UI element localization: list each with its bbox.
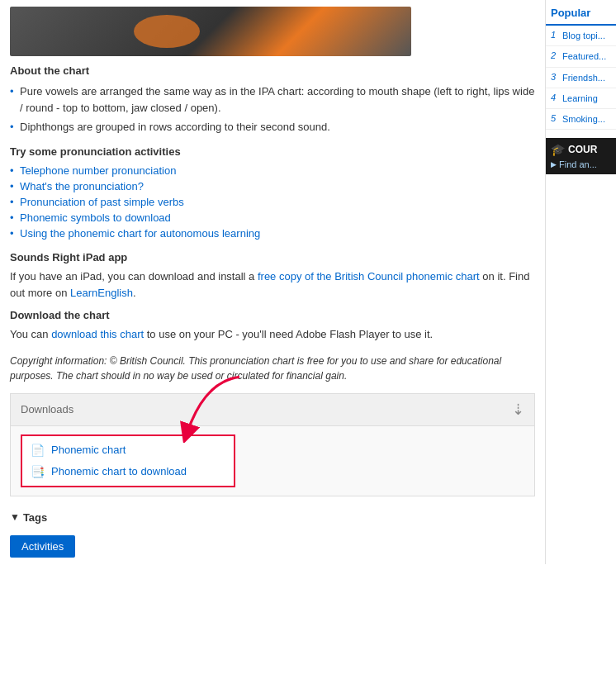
learnenglish-link[interactable]: LearnEnglish [70, 287, 133, 299]
sounds-right-text-end: . [133, 287, 136, 299]
sidebar-item-5[interactable]: 5 Smoking... [546, 109, 616, 130]
sidebar-num-1: 1 [551, 30, 559, 40]
list-item: Pronunciation of past simple verbs [10, 194, 535, 210]
sidebar-num-5: 5 [551, 113, 559, 123]
courses-link[interactable]: Find an... [551, 159, 611, 169]
file-single-icon [31, 443, 45, 458]
hero-image [10, 7, 411, 56]
graduation-icon: 🎓 [551, 143, 565, 156]
chevron-down-icon: ▼ [10, 511, 20, 523]
sidebar: Popular 1 Blog topi... 2 Featured... 3 F… [545, 0, 616, 564]
list-item: Using the phonemic chart for autonomous … [10, 226, 535, 241]
download-heading: Download the chart [10, 309, 535, 321]
tags-section: ▼ Tags [10, 508, 535, 527]
about-bullet-2: Diphthongs are grouped in rows according… [10, 117, 535, 137]
download-text-start: You can [10, 328, 51, 340]
sidebar-item-1[interactable]: 1 Blog topi... [546, 26, 616, 46]
sidebar-text-4: Learning [562, 93, 598, 104]
autonomous-learning-link[interactable]: Using the phonemic chart for autonomous … [20, 227, 260, 240]
telephone-number-pronunciation-link[interactable]: Telephone number pronunciation [20, 164, 176, 177]
about-bullets: Pure vowels are arranged the same way as… [10, 82, 535, 137]
sidebar-item-3[interactable]: 3 Friendsh... [546, 68, 616, 88]
about-bullet-1: Pure vowels are arranged the same way as… [10, 82, 535, 117]
try-section-heading: Try some pronunciation activities [10, 145, 535, 158]
try-links-list: Telephone number pronunciation What's th… [10, 163, 535, 241]
copyright-text: Copyright information: © British Council… [10, 355, 501, 382]
sidebar-num-2: 2 [551, 50, 559, 60]
file-multi-icon [31, 464, 45, 479]
list-item: Phonemic symbols to download [10, 210, 535, 226]
list-item: What's the pronunciation? [10, 178, 535, 194]
sounds-right-text-start: If you have an iPad, you can download an… [10, 270, 258, 283]
sidebar-text-3: Friendsh... [562, 72, 605, 83]
download-icon: ⇣ [512, 401, 524, 419]
tags-label: Tags [23, 511, 47, 524]
sidebar-popular: Popular 1 Blog topi... 2 Featured... 3 F… [546, 0, 616, 133]
sidebar-text-5: Smoking... [562, 113, 605, 125]
red-highlight-box: Phonemic chart Phonemic chart to downloa… [21, 434, 235, 487]
sidebar-num-4: 4 [551, 93, 559, 102]
sidebar-text-2: Featured... [562, 50, 606, 62]
downloads-section: Downloads ⇣ Phonemic chart [10, 393, 535, 496]
download-chart-link[interactable]: download this chart [51, 328, 144, 340]
downloads-inner: Phonemic chart Phonemic chart to downloa… [11, 426, 534, 496]
sounds-right-body: If you have an iPad, you can download an… [10, 268, 535, 303]
main-content: About the chart Pure vowels are arranged… [0, 0, 545, 564]
phonemic-chart-download-link[interactable]: Phonemic chart to download [51, 465, 187, 477]
downloads-label: Downloads [21, 403, 73, 415]
whats-the-pronunciation-link[interactable]: What's the pronunciation? [20, 180, 144, 192]
about-heading: About the chart [10, 64, 535, 77]
courses-label: 🎓 COUR [551, 143, 611, 156]
downloads-header: Downloads ⇣ [11, 394, 534, 426]
popular-label: Popular [546, 3, 616, 26]
copyright-block: Copyright information: © British Council… [10, 354, 535, 383]
download-body: You can download this chart to use on yo… [10, 326, 535, 344]
sidebar-num-3: 3 [551, 72, 559, 82]
sidebar-item-4[interactable]: 4 Learning [546, 88, 616, 109]
sidebar-courses: 🎓 COUR Find an... [546, 138, 616, 174]
pronunciation-past-simple-link[interactable]: Pronunciation of past simple verbs [20, 196, 184, 208]
download-item-2: Phonemic chart to download [31, 464, 225, 479]
free-copy-link[interactable]: free copy of the British Council phonemi… [258, 270, 480, 283]
download-text-end: to use on your PC - you'll need Adobe Fl… [144, 328, 433, 340]
download-item-1: Phonemic chart [31, 443, 225, 458]
tags-toggle[interactable]: ▼ Tags [10, 511, 535, 524]
phonemic-chart-link[interactable]: Phonemic chart [51, 444, 126, 456]
sidebar-text-1: Blog topi... [562, 30, 605, 41]
sounds-right-heading: Sounds Right iPad app [10, 251, 535, 264]
sidebar-item-2[interactable]: 2 Featured... [546, 46, 616, 67]
phonemic-symbols-link[interactable]: Phonemic symbols to download [20, 211, 171, 224]
activities-button[interactable]: Activities [10, 535, 75, 558]
courses-label-text: COUR [568, 144, 597, 155]
list-item: Telephone number pronunciation [10, 163, 535, 178]
